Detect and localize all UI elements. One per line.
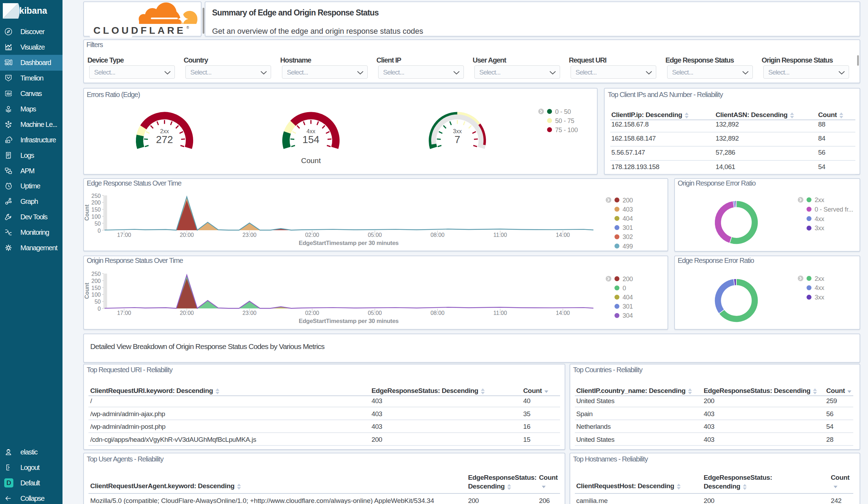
svg-text:301: 301 [623,303,633,310]
svg-text:403: 403 [704,423,715,430]
svg-text:132,892: 132,892 [716,135,739,142]
svg-text:54: 54 [818,163,826,170]
svg-text:403: 403 [704,436,715,443]
svg-text:259: 259 [826,397,837,405]
svg-text:05:00: 05:00 [368,310,382,316]
svg-text:Count: Count [523,387,542,394]
svg-text:EdgeStartTimestamp per 30 minu: EdgeStartTimestamp per 30 minutes [299,318,399,324]
svg-text:4xx: 4xx [307,128,315,134]
svg-text:camilia.me: camilia.me [576,497,608,504]
svg-text:15: 15 [523,436,530,443]
svg-text:242: 242 [831,497,842,504]
svg-text:200: 200 [704,397,715,405]
svg-text:7: 7 [454,134,460,145]
svg-text:56: 56 [826,410,833,418]
svg-text:08:00: 08:00 [430,310,445,316]
svg-text:ClientIP.ip: Descending: ClientIP.ip: Descending [611,111,682,118]
svg-text:ClientRequestURI.keyword: Desc: ClientRequestURI.keyword: Descending [90,387,213,394]
svg-text:404: 404 [623,294,633,301]
svg-text:75 - 100: 75 - 100 [555,127,578,134]
svg-text:EdgeResponseStatus: Descending: EdgeResponseStatus: Descending [371,387,478,394]
svg-text:0: 0 [98,228,101,234]
svg-text:/cdn-cgi/apps/head/xVgyKhR-vV3: /cdn-cgi/apps/head/xVgyKhR-vV3dAUGhMqfBc… [90,436,256,443]
svg-text:Count: Count [818,111,837,118]
svg-text:2xx: 2xx [815,275,824,282]
svg-text:304: 304 [623,312,633,319]
svg-text:EdgeResponseStatus: Descending: EdgeResponseStatus: Descending [704,387,810,394]
svg-text:Descending: Descending [468,483,505,490]
svg-text:0: 0 [98,306,101,312]
svg-text:08:00: 08:00 [430,232,445,238]
svg-text:403: 403 [704,410,715,418]
svg-text:ClientRequestHost: Descending: ClientRequestHost: Descending [576,482,674,490]
svg-text:100: 100 [91,292,101,298]
svg-text:404: 404 [623,215,633,222]
svg-text:56: 56 [818,149,825,156]
svg-text:/wp-admin/admin-ajax.php: /wp-admin/admin-ajax.php [90,410,165,418]
svg-text:4xx: 4xx [815,284,824,291]
svg-text:57,286: 57,286 [716,149,735,156]
svg-text:5.56.57.147: 5.56.57.147 [611,149,645,156]
svg-text:84: 84 [818,135,826,142]
svg-text:Count: Count [84,283,90,299]
svg-text:200: 200 [468,497,479,504]
svg-text:403: 403 [371,423,382,430]
svg-text:Count: Count [539,474,558,481]
svg-text:200: 200 [623,197,633,204]
svg-text:16: 16 [523,423,530,430]
svg-text:/: / [90,397,92,405]
svg-text:301: 301 [623,224,633,231]
svg-text:0 - 50: 0 - 50 [555,108,571,115]
svg-text:499: 499 [623,243,633,250]
svg-text:Count: Count [826,387,845,394]
svg-text:206: 206 [539,497,550,504]
svg-text:14:00: 14:00 [556,310,570,316]
svg-text:50: 50 [94,221,101,227]
svg-text:54: 54 [826,423,834,430]
svg-text:403: 403 [623,206,633,213]
svg-text:0: 0 [623,285,626,292]
svg-text:05:00: 05:00 [368,232,382,238]
svg-text:23:00: 23:00 [242,310,256,316]
svg-text:250: 250 [91,193,101,199]
svg-text:200: 200 [91,278,101,284]
svg-text:200: 200 [704,497,715,504]
svg-text:132,892: 132,892 [716,121,739,128]
svg-text:250: 250 [91,271,101,277]
svg-text:Count: Count [84,204,90,221]
svg-text:Netherlands: Netherlands [576,423,611,430]
svg-text:200: 200 [623,276,633,283]
svg-text:United States: United States [576,397,614,405]
svg-text:3xx: 3xx [815,225,824,232]
svg-text:02:00: 02:00 [305,232,319,238]
svg-text:14,061: 14,061 [716,163,735,170]
svg-text:20:00: 20:00 [180,232,194,238]
svg-text:50 - 75: 50 - 75 [555,117,574,124]
svg-text:EdgeResponseStatus:: EdgeResponseStatus: [468,474,537,481]
svg-text:272: 272 [156,134,173,145]
svg-text:28: 28 [826,436,833,443]
svg-text:403: 403 [371,397,382,405]
svg-text:88: 88 [818,121,825,128]
svg-text:14:00: 14:00 [556,232,570,238]
svg-text:Spain: Spain [576,410,593,418]
svg-text:ClientRequestUserAgent.keyword: ClientRequestUserAgent.keyword: Descendi… [90,482,235,490]
svg-text:100: 100 [91,214,101,220]
svg-text:17:00: 17:00 [117,310,131,316]
svg-text:150: 150 [91,207,101,213]
svg-text:EdgeResponseStatus:: EdgeResponseStatus: [704,474,772,481]
svg-text:0 - Served fr...: 0 - Served fr... [815,206,853,213]
svg-text:162.158.67.8: 162.158.67.8 [611,121,649,128]
svg-text:302: 302 [623,233,633,240]
svg-text:154: 154 [302,134,319,145]
svg-text:Count: Count [831,474,850,481]
svg-text:20:00: 20:00 [180,310,194,316]
svg-text:50: 50 [94,299,101,305]
svg-text:4xx: 4xx [815,215,824,222]
svg-text:®: ® [186,26,189,30]
svg-text:403: 403 [371,410,382,418]
svg-text:200: 200 [91,200,101,206]
svg-text:35: 35 [523,410,530,418]
svg-text:United States: United States [576,436,614,443]
svg-text:200: 200 [371,436,382,443]
